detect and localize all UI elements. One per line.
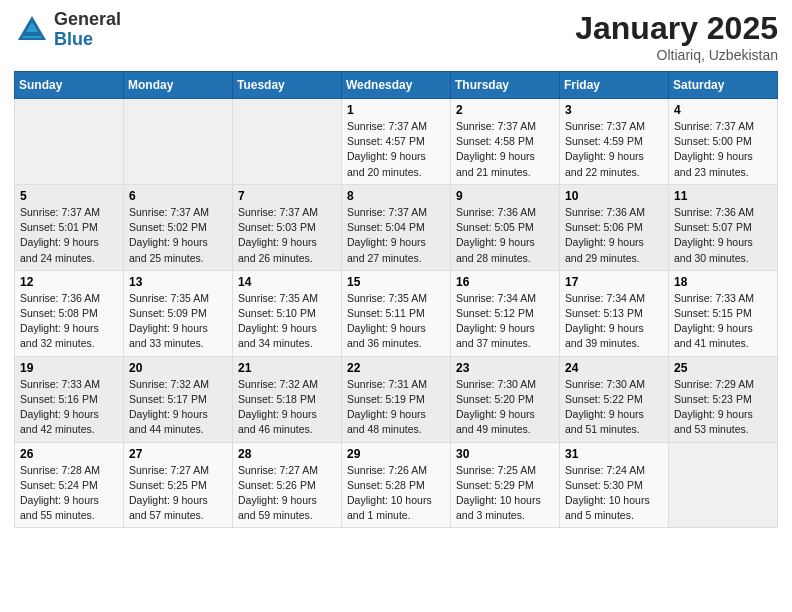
calendar-week-5: 26Sunrise: 7:28 AM Sunset: 5:24 PM Dayli…: [15, 442, 778, 528]
day-number: 17: [565, 275, 663, 289]
day-info: Sunrise: 7:25 AM Sunset: 5:29 PM Dayligh…: [456, 463, 554, 524]
logo-general-text: General: [54, 10, 121, 30]
day-info: Sunrise: 7:36 AM Sunset: 5:08 PM Dayligh…: [20, 291, 118, 352]
day-info: Sunrise: 7:37 AM Sunset: 5:04 PM Dayligh…: [347, 205, 445, 266]
calendar-cell: 23Sunrise: 7:30 AM Sunset: 5:20 PM Dayli…: [451, 356, 560, 442]
day-info: Sunrise: 7:37 AM Sunset: 5:02 PM Dayligh…: [129, 205, 227, 266]
calendar-cell: [124, 99, 233, 185]
day-info: Sunrise: 7:37 AM Sunset: 4:57 PM Dayligh…: [347, 119, 445, 180]
day-info: Sunrise: 7:35 AM Sunset: 5:10 PM Dayligh…: [238, 291, 336, 352]
day-number: 28: [238, 447, 336, 461]
weekday-header-friday: Friday: [560, 72, 669, 99]
day-number: 1: [347, 103, 445, 117]
calendar-cell: 30Sunrise: 7:25 AM Sunset: 5:29 PM Dayli…: [451, 442, 560, 528]
header: General Blue January 2025 Oltiariq, Uzbe…: [14, 10, 778, 63]
calendar-cell: 22Sunrise: 7:31 AM Sunset: 5:19 PM Dayli…: [342, 356, 451, 442]
calendar-cell: 28Sunrise: 7:27 AM Sunset: 5:26 PM Dayli…: [233, 442, 342, 528]
day-number: 23: [456, 361, 554, 375]
calendar-cell: [233, 99, 342, 185]
day-number: 20: [129, 361, 227, 375]
title-block: January 2025 Oltiariq, Uzbekistan: [575, 10, 778, 63]
day-info: Sunrise: 7:27 AM Sunset: 5:26 PM Dayligh…: [238, 463, 336, 524]
weekday-header-tuesday: Tuesday: [233, 72, 342, 99]
calendar-cell: 19Sunrise: 7:33 AM Sunset: 5:16 PM Dayli…: [15, 356, 124, 442]
day-number: 18: [674, 275, 772, 289]
calendar-cell: 16Sunrise: 7:34 AM Sunset: 5:12 PM Dayli…: [451, 270, 560, 356]
day-info: Sunrise: 7:34 AM Sunset: 5:13 PM Dayligh…: [565, 291, 663, 352]
day-number: 3: [565, 103, 663, 117]
day-info: Sunrise: 7:29 AM Sunset: 5:23 PM Dayligh…: [674, 377, 772, 438]
calendar-cell: 14Sunrise: 7:35 AM Sunset: 5:10 PM Dayli…: [233, 270, 342, 356]
weekday-header-saturday: Saturday: [669, 72, 778, 99]
calendar-cell: 18Sunrise: 7:33 AM Sunset: 5:15 PM Dayli…: [669, 270, 778, 356]
day-info: Sunrise: 7:26 AM Sunset: 5:28 PM Dayligh…: [347, 463, 445, 524]
day-info: Sunrise: 7:33 AM Sunset: 5:15 PM Dayligh…: [674, 291, 772, 352]
day-info: Sunrise: 7:37 AM Sunset: 5:00 PM Dayligh…: [674, 119, 772, 180]
calendar-week-1: 1Sunrise: 7:37 AM Sunset: 4:57 PM Daylig…: [15, 99, 778, 185]
calendar-cell: 17Sunrise: 7:34 AM Sunset: 5:13 PM Dayli…: [560, 270, 669, 356]
logo: General Blue: [14, 10, 121, 50]
weekday-header-wednesday: Wednesday: [342, 72, 451, 99]
day-info: Sunrise: 7:28 AM Sunset: 5:24 PM Dayligh…: [20, 463, 118, 524]
day-number: 19: [20, 361, 118, 375]
calendar-cell: [669, 442, 778, 528]
calendar-cell: 26Sunrise: 7:28 AM Sunset: 5:24 PM Dayli…: [15, 442, 124, 528]
day-number: 31: [565, 447, 663, 461]
page: General Blue January 2025 Oltiariq, Uzbe…: [0, 0, 792, 542]
day-info: Sunrise: 7:37 AM Sunset: 4:59 PM Dayligh…: [565, 119, 663, 180]
day-info: Sunrise: 7:37 AM Sunset: 5:01 PM Dayligh…: [20, 205, 118, 266]
day-number: 7: [238, 189, 336, 203]
calendar-cell: 8Sunrise: 7:37 AM Sunset: 5:04 PM Daylig…: [342, 184, 451, 270]
calendar-header: SundayMondayTuesdayWednesdayThursdayFrid…: [15, 72, 778, 99]
day-number: 15: [347, 275, 445, 289]
calendar-cell: 7Sunrise: 7:37 AM Sunset: 5:03 PM Daylig…: [233, 184, 342, 270]
day-number: 21: [238, 361, 336, 375]
day-number: 14: [238, 275, 336, 289]
day-info: Sunrise: 7:24 AM Sunset: 5:30 PM Dayligh…: [565, 463, 663, 524]
weekday-header-thursday: Thursday: [451, 72, 560, 99]
calendar-body: 1Sunrise: 7:37 AM Sunset: 4:57 PM Daylig…: [15, 99, 778, 528]
calendar-cell: 6Sunrise: 7:37 AM Sunset: 5:02 PM Daylig…: [124, 184, 233, 270]
day-number: 30: [456, 447, 554, 461]
day-number: 2: [456, 103, 554, 117]
day-info: Sunrise: 7:33 AM Sunset: 5:16 PM Dayligh…: [20, 377, 118, 438]
calendar-week-2: 5Sunrise: 7:37 AM Sunset: 5:01 PM Daylig…: [15, 184, 778, 270]
calendar-cell: 31Sunrise: 7:24 AM Sunset: 5:30 PM Dayli…: [560, 442, 669, 528]
calendar-cell: 4Sunrise: 7:37 AM Sunset: 5:00 PM Daylig…: [669, 99, 778, 185]
day-number: 25: [674, 361, 772, 375]
weekday-row: SundayMondayTuesdayWednesdayThursdayFrid…: [15, 72, 778, 99]
day-info: Sunrise: 7:36 AM Sunset: 5:07 PM Dayligh…: [674, 205, 772, 266]
logo-icon: [14, 12, 50, 48]
day-info: Sunrise: 7:32 AM Sunset: 5:17 PM Dayligh…: [129, 377, 227, 438]
logo-blue-text: Blue: [54, 30, 121, 50]
day-number: 12: [20, 275, 118, 289]
day-number: 24: [565, 361, 663, 375]
calendar-week-4: 19Sunrise: 7:33 AM Sunset: 5:16 PM Dayli…: [15, 356, 778, 442]
calendar-cell: 1Sunrise: 7:37 AM Sunset: 4:57 PM Daylig…: [342, 99, 451, 185]
day-info: Sunrise: 7:32 AM Sunset: 5:18 PM Dayligh…: [238, 377, 336, 438]
day-number: 16: [456, 275, 554, 289]
day-number: 13: [129, 275, 227, 289]
day-number: 29: [347, 447, 445, 461]
day-number: 8: [347, 189, 445, 203]
day-info: Sunrise: 7:35 AM Sunset: 5:11 PM Dayligh…: [347, 291, 445, 352]
day-number: 5: [20, 189, 118, 203]
day-info: Sunrise: 7:37 AM Sunset: 4:58 PM Dayligh…: [456, 119, 554, 180]
day-number: 27: [129, 447, 227, 461]
calendar-cell: 11Sunrise: 7:36 AM Sunset: 5:07 PM Dayli…: [669, 184, 778, 270]
day-info: Sunrise: 7:36 AM Sunset: 5:06 PM Dayligh…: [565, 205, 663, 266]
day-info: Sunrise: 7:31 AM Sunset: 5:19 PM Dayligh…: [347, 377, 445, 438]
calendar-cell: 10Sunrise: 7:36 AM Sunset: 5:06 PM Dayli…: [560, 184, 669, 270]
calendar-cell: 29Sunrise: 7:26 AM Sunset: 5:28 PM Dayli…: [342, 442, 451, 528]
calendar-location: Oltiariq, Uzbekistan: [575, 47, 778, 63]
day-info: Sunrise: 7:37 AM Sunset: 5:03 PM Dayligh…: [238, 205, 336, 266]
weekday-header-sunday: Sunday: [15, 72, 124, 99]
logo-text: General Blue: [54, 10, 121, 50]
calendar-cell: 3Sunrise: 7:37 AM Sunset: 4:59 PM Daylig…: [560, 99, 669, 185]
day-info: Sunrise: 7:36 AM Sunset: 5:05 PM Dayligh…: [456, 205, 554, 266]
calendar-cell: 24Sunrise: 7:30 AM Sunset: 5:22 PM Dayli…: [560, 356, 669, 442]
day-number: 22: [347, 361, 445, 375]
calendar-cell: 15Sunrise: 7:35 AM Sunset: 5:11 PM Dayli…: [342, 270, 451, 356]
calendar-cell: 5Sunrise: 7:37 AM Sunset: 5:01 PM Daylig…: [15, 184, 124, 270]
day-number: 10: [565, 189, 663, 203]
